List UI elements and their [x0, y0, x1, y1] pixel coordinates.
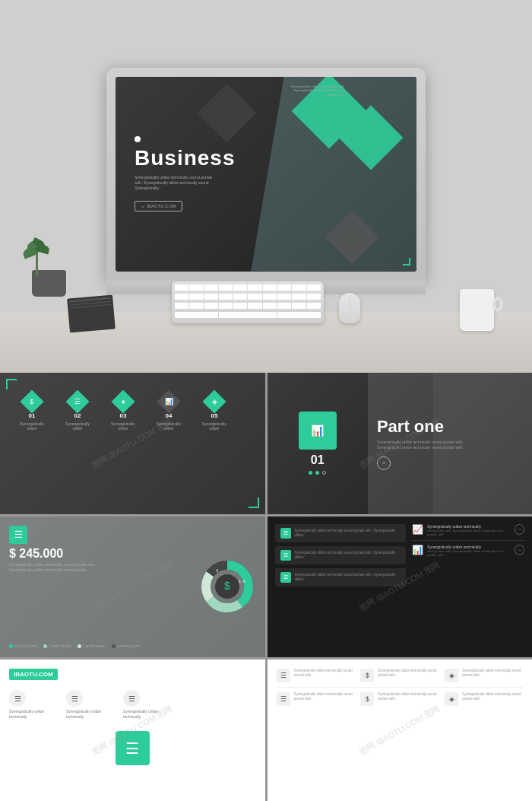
slide4-right: 📈 Synergistically utilize technically wo…: [412, 524, 524, 650]
legend-row: Lorem ipsum Lorem ipsum Lorem ipsum Lore…: [9, 640, 256, 648]
chart-icon: 📊: [311, 424, 324, 437]
slide-4-cards: ☰ Synergistically utilize technically so…: [268, 517, 533, 658]
slide5-icon-item-2: ☰ Synergistically utilize technically: [66, 690, 112, 719]
svg-text:1.4: 1.4: [239, 579, 245, 583]
summary-icon-5: $: [360, 692, 374, 706]
mouse: [339, 293, 360, 323]
slide5-header: IBAOTU.COM: [9, 669, 256, 680]
summary-icon-2: $: [360, 669, 374, 682]
slide5-icon-item-1: ☰ Synergistically utilize technically: [9, 690, 55, 719]
summary-icon-4: ☰: [277, 692, 290, 706]
slides-grid: $ 01 Synergistically utilize ☰ 02 Synerg…: [0, 373, 532, 801]
money-description: Synergistically utilize technically soun…: [9, 562, 100, 573]
monitor-slide-button: » IBAOTU.COM: [135, 201, 182, 211]
icon-item-4: 📊 04 Synergistically utilize: [154, 393, 184, 431]
icon-item-2: ☰ 02 Synergistically utilize: [62, 393, 93, 431]
slide-3-chart: ☰ $ 245.000 Synergistically utilize tech…: [0, 517, 265, 658]
keyboard-area: [172, 281, 360, 323]
slide5-icon-item-3: ☰ Synergistically utilize technically: [123, 690, 169, 719]
right-item-2: 📊 Synergistically utilize technically wo…: [412, 545, 524, 557]
right-arrow-2[interactable]: »: [515, 545, 524, 555]
center-icon: ☰: [116, 731, 150, 765]
desktop-section: Business Synergistically utilize technic…: [0, 0, 532, 373]
slide6-row-2: ☰ Synergistically utilize technically so…: [277, 692, 524, 706]
summary-item-4: ☰ Synergistically utilize technically so…: [277, 692, 355, 706]
right-item-1: 📈 Synergistically utilize technically wo…: [412, 524, 524, 536]
icon-circle-1: ☰: [9, 690, 26, 707]
summary-item-1: ☰ Synergistically utilize technically so…: [277, 669, 355, 682]
slide4-left: ☰ Synergistically utilize technically so…: [275, 524, 407, 650]
monitor-slide-subtitle: Synergistically utilize technically soun…: [135, 175, 236, 191]
card-2: ☰ Synergistically utilize technically so…: [275, 546, 407, 564]
right-arrow-1[interactable]: »: [515, 524, 524, 535]
chart-icon-right-2: 📊: [412, 545, 423, 555]
summary-icon-3: ◈: [445, 669, 458, 682]
svg-text:$: $: [224, 580, 230, 592]
card-icon-1: ☰: [280, 528, 291, 539]
part-one-arrow[interactable]: »: [377, 456, 391, 470]
part-one-subtitle: Synergistically utilize technically soun…: [377, 440, 523, 450]
donut-chart: $ 3 1.4: [201, 560, 254, 613]
icon-circle-2: ☰: [66, 690, 83, 707]
card-1: ☰ Synergistically utilize technically so…: [275, 524, 407, 542]
monitor-slide-title: Business: [135, 146, 236, 170]
slide6-row-1: ☰ Synergistically utilize technically so…: [277, 669, 524, 682]
summary-icon-6: ◈: [445, 692, 458, 706]
slide5-icons-row: ☰ Synergistically utilize technically ☰ …: [9, 690, 256, 719]
icons-row: $ 01 Synergistically utilize ☰ 02 Synerg…: [17, 393, 230, 431]
slide2-number: 01: [311, 453, 325, 467]
summary-item-5: $ Synergistically utilize technically so…: [360, 692, 439, 706]
icon-circle-3: ☰: [123, 690, 140, 707]
summary-item-6: ◈ Synergistically utilize technically so…: [445, 692, 523, 706]
icon-item-5: ◈ 05 Synergistically utilize: [199, 393, 230, 431]
slide-1-icons: $ 01 Synergistically utilize ☰ 02 Synerg…: [0, 373, 265, 514]
slide-5-branding: IBAOTU.COM ☰ Synergistically utilize tec…: [0, 660, 265, 801]
logo-label: IBAOTU.COM: [9, 669, 58, 680]
icon-item-1: $ 01 Synergistically utilize: [17, 393, 47, 431]
money-icon: ☰: [9, 526, 27, 544]
slide-6-summary: ☰ Synergistically utilize technically so…: [268, 660, 533, 801]
slide2-right-panel: Part one Synergistically utilize technic…: [368, 373, 532, 514]
slide-2-part-one: 📊 01 Part one Synergistically utilize te…: [268, 373, 533, 514]
card-icon-3: ☰: [280, 572, 291, 583]
mug-decoration: [460, 289, 494, 331]
summary-icon-1: ☰: [277, 669, 290, 682]
slide2-left-panel: 📊 01: [268, 373, 368, 514]
icon-item-3: ♦ 03 Synergistically utilize: [108, 393, 138, 431]
card-3: ☰ Synergistically utilize technically so…: [275, 568, 407, 586]
money-amount: $ 245.000: [9, 547, 256, 561]
part-one-title: Part one: [377, 417, 523, 437]
chart-icon-right-1: 📈: [412, 524, 423, 535]
summary-item-2: $ Synergistically utilize technically so…: [360, 669, 439, 682]
watermark-6: 图网 IBAOTU.COM 图网: [357, 703, 442, 758]
keyboard: [172, 281, 324, 323]
plant-decoration: [23, 221, 76, 297]
summary-item-3: ◈ Synergistically utilize technically so…: [445, 669, 523, 682]
slide2-dots: [309, 471, 326, 475]
card-icon-2: ☰: [280, 550, 291, 561]
